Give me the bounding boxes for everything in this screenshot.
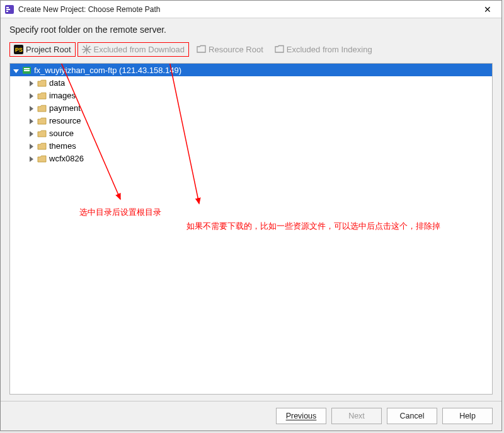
triangle-right-icon[interactable]: [28, 142, 35, 149]
remote-tree[interactable]: fx_wuyiyizhan_com-ftp (121.43.158.149) d…: [9, 63, 493, 395]
svg-marker-10: [13, 69, 19, 73]
excluded-indexing-button[interactable]: Excluded from Indexing: [271, 43, 376, 56]
server-icon: [22, 66, 32, 74]
excluded-download-button[interactable]: Excluded from Download: [77, 42, 190, 57]
folder-icon: [37, 79, 47, 87]
svg-marker-20: [30, 156, 33, 162]
svg-rect-13: [24, 70, 30, 71]
tree-item-label: images: [49, 91, 76, 100]
folder-icon: [37, 117, 47, 125]
folder-icon: [37, 91, 47, 100]
ps-badge-icon: PS: [14, 45, 23, 54]
triangle-right-icon[interactable]: [28, 105, 35, 112]
tree-item[interactable]: themes: [10, 139, 492, 152]
triangle-right-icon[interactable]: [28, 92, 35, 99]
triangle-right-icon[interactable]: [28, 79, 35, 86]
tree-item[interactable]: payment: [10, 101, 492, 114]
excluded-icon: [82, 45, 91, 54]
tree-item-label: wcfx0826: [49, 154, 84, 163]
app-icon: [4, 4, 14, 14]
svg-marker-16: [30, 106, 33, 112]
titlebar: Create New Project: Choose Remote Path ✕: [1, 1, 501, 18]
svg-rect-2: [6, 9, 10, 10]
tree-item[interactable]: resource: [10, 114, 492, 127]
svg-marker-15: [30, 93, 33, 99]
excluded-indexing-label: Excluded from Indexing: [287, 45, 372, 54]
dialog-footer: Previous Next Cancel Help: [1, 401, 501, 430]
annotation-text-2: 如果不需要下载的，比如一些资源文件，可以选中后点击这个，排除掉: [186, 221, 440, 232]
close-button[interactable]: ✕: [478, 3, 498, 16]
folder-icon: [37, 154, 47, 163]
tree-item-label: themes: [49, 141, 76, 151]
cancel-button[interactable]: Cancel: [387, 408, 437, 424]
triangle-right-icon[interactable]: [28, 155, 35, 162]
tree-children: data images payment resource source: [10, 76, 492, 165]
tree-item-label: source: [49, 129, 74, 138]
folder-icon: [37, 104, 47, 112]
resource-root-button[interactable]: Resource Root: [193, 43, 267, 56]
excluded-download-label: Excluded from Download: [94, 45, 185, 54]
folder-outline-icon: [197, 45, 206, 54]
triangle-right-icon[interactable]: [28, 117, 35, 124]
svg-rect-1: [6, 7, 9, 8]
annotation-text-1: 选中目录后设置根目录: [79, 207, 161, 218]
toolbar: PS Project Root Excluded from Download R…: [1, 40, 501, 59]
folder-icon: [37, 129, 47, 137]
svg-rect-12: [24, 68, 30, 69]
tree-item-label: payment: [49, 103, 81, 113]
tree-item-label: data: [49, 78, 65, 88]
svg-marker-17: [30, 118, 33, 124]
dialog-window: Create New Project: Choose Remote Path ✕…: [0, 0, 502, 431]
project-root-button[interactable]: PS Project Root: [9, 42, 76, 57]
triangle-right-icon[interactable]: [28, 130, 35, 137]
svg-rect-3: [6, 11, 8, 12]
tree-root-row[interactable]: fx_wuyiyizhan_com-ftp (121.43.158.149): [10, 64, 492, 76]
svg-marker-18: [30, 131, 33, 137]
tree-item[interactable]: source: [10, 127, 492, 139]
window-title: Create New Project: Choose Remote Path: [18, 5, 478, 14]
svg-text:PS: PS: [15, 47, 23, 53]
triangle-down-icon[interactable]: [13, 67, 20, 74]
tree-root-label: fx_wuyiyizhan_com-ftp (121.43.158.149): [34, 66, 181, 75]
resource-root-label: Resource Root: [209, 45, 263, 54]
svg-marker-19: [30, 144, 33, 149]
next-button: Next: [331, 408, 382, 424]
svg-marker-14: [30, 81, 33, 86]
help-button[interactable]: Help: [442, 408, 493, 424]
tree-item[interactable]: images: [10, 89, 492, 101]
instruction-text: Specify root folder on the remote server…: [1, 18, 501, 40]
folder-outline-icon: [275, 45, 284, 54]
tree-item-label: resource: [49, 116, 81, 125]
tree-item[interactable]: wcfx0826: [10, 152, 492, 165]
tree-item[interactable]: data: [10, 76, 492, 89]
project-root-label: Project Root: [26, 45, 71, 54]
folder-icon: [37, 142, 47, 150]
previous-button[interactable]: Previous: [276, 408, 326, 424]
